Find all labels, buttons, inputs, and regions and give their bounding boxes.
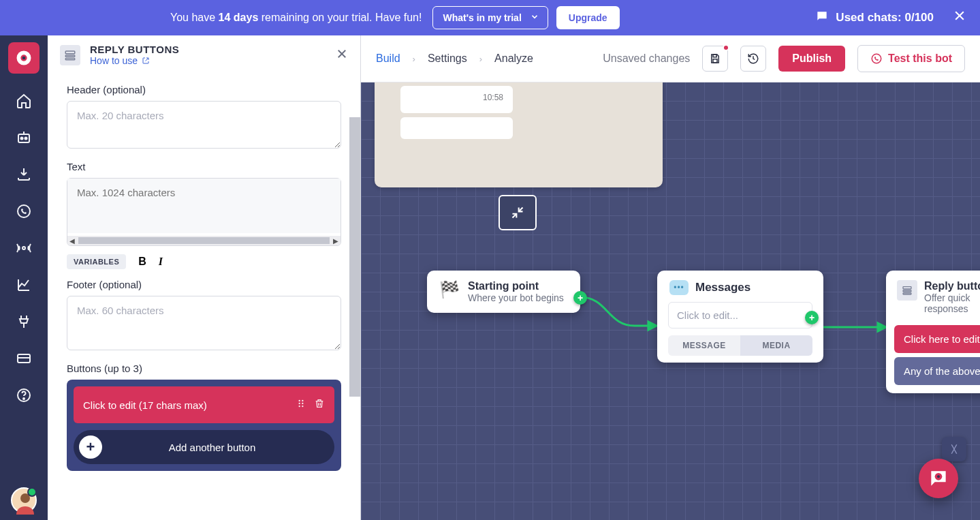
panel-header: REPLY BUTTONS How to use bbox=[48, 35, 360, 72]
node-messages[interactable]: Messages Click to edit... + MESSAGE MEDI… bbox=[657, 271, 823, 363]
svg-marker-32 bbox=[648, 322, 657, 330]
node-starting-point[interactable]: 🏁 Starting point Where your bot begins bbox=[427, 271, 580, 313]
node-title: Starting point bbox=[468, 280, 564, 292]
home-icon[interactable] bbox=[14, 91, 33, 110]
tab-analyze[interactable]: Analyze bbox=[494, 52, 533, 65]
download-icon[interactable] bbox=[14, 165, 33, 184]
svg-point-21 bbox=[299, 400, 300, 401]
italic-button[interactable]: I bbox=[159, 256, 163, 268]
tab-build[interactable]: Build bbox=[376, 52, 400, 65]
buttons-container: Click to edit (17 chars max) + Add anoth… bbox=[67, 380, 341, 471]
test-bot-button[interactable]: Test this bot bbox=[857, 45, 965, 72]
drag-handle-icon[interactable] bbox=[296, 397, 306, 412]
scroll-track[interactable] bbox=[78, 237, 330, 244]
svg-rect-16 bbox=[65, 51, 75, 54]
tab-message[interactable]: MESSAGE bbox=[668, 335, 740, 356]
svg-rect-34 bbox=[903, 287, 911, 289]
svg-point-25 bbox=[299, 406, 300, 407]
svg-point-22 bbox=[302, 400, 303, 401]
reply-option-pill[interactable]: Click here to edit bbox=[894, 325, 980, 353]
svg-point-10 bbox=[22, 247, 25, 249]
svg-point-14 bbox=[23, 398, 25, 399]
whats-in-trial-button[interactable]: What's in my trial bbox=[432, 6, 548, 29]
panel-scrollbar[interactable] bbox=[349, 117, 360, 397]
text-input-wrapper: ◀ ▶ bbox=[67, 178, 341, 246]
flag-icon: 🏁 bbox=[439, 280, 460, 303]
scroll-left-icon[interactable]: ◀ bbox=[67, 237, 77, 245]
button-row-text: Click to edit (17 chars max) bbox=[83, 399, 288, 411]
used-chats-label: Used chats: bbox=[836, 11, 904, 24]
click-to-edit-placeholder: Click to edit... bbox=[677, 309, 738, 321]
save-button[interactable] bbox=[702, 46, 728, 72]
zoom-controls-button[interactable] bbox=[942, 437, 966, 461]
chat-icon bbox=[815, 10, 829, 27]
svg-rect-36 bbox=[903, 293, 911, 294]
trial-prefix: You have bbox=[170, 12, 219, 23]
trial-remaining-text: You have 14 days remaining on your trial… bbox=[170, 12, 422, 24]
bold-button[interactable]: B bbox=[138, 256, 146, 268]
footer-input[interactable] bbox=[67, 296, 341, 350]
whatsapp-icon[interactable] bbox=[14, 202, 33, 221]
text-input[interactable] bbox=[67, 179, 341, 233]
trial-banner: You have 14 days remaining on your trial… bbox=[0, 0, 980, 35]
reply-option-pill[interactable]: Any of the above bbox=[894, 357, 980, 385]
close-banner-button[interactable] bbox=[953, 9, 966, 27]
node-subtitle: Offer quick responses bbox=[924, 292, 980, 314]
user-avatar[interactable] bbox=[11, 487, 37, 513]
svg-rect-18 bbox=[65, 58, 75, 59]
tab-settings[interactable]: Settings bbox=[428, 52, 467, 65]
add-another-button-row[interactable]: + Add another button bbox=[74, 430, 334, 464]
preview-time: 10:58 bbox=[483, 93, 503, 102]
svg-point-26 bbox=[302, 406, 303, 407]
svg-point-38 bbox=[937, 475, 940, 478]
analytics-icon[interactable] bbox=[14, 275, 33, 294]
app-logo[interactable] bbox=[8, 42, 39, 74]
help-icon[interactable] bbox=[14, 386, 33, 405]
header-field-label: Header (optional) bbox=[67, 84, 341, 95]
test-bot-label: Test this bot bbox=[888, 52, 952, 65]
message-content-input[interactable]: Click to edit... + bbox=[668, 302, 812, 328]
header-input[interactable] bbox=[67, 101, 341, 149]
text-toolbar: VARIABLES B I bbox=[67, 254, 341, 269]
add-connection-button[interactable]: + bbox=[805, 311, 819, 324]
bot-icon[interactable] bbox=[14, 128, 33, 147]
publish-button[interactable]: Publish bbox=[778, 46, 845, 72]
add-another-label: Add another button bbox=[102, 442, 322, 453]
node-reply-buttons[interactable]: Reply buttons Offer quick responses Clic… bbox=[886, 271, 980, 393]
tab-media[interactable]: MEDIA bbox=[740, 335, 812, 356]
chat-fab-button[interactable] bbox=[919, 459, 958, 498]
trial-suffix: remaining on your trial. Have fun! bbox=[258, 12, 422, 23]
reply-buttons-icon bbox=[60, 45, 80, 65]
whatsapp-preview-panel: 10:58 bbox=[375, 82, 663, 187]
svg-point-23 bbox=[299, 403, 300, 404]
footer-field-label: Footer (optional) bbox=[67, 279, 341, 290]
history-button[interactable] bbox=[740, 46, 766, 72]
billing-icon[interactable] bbox=[14, 349, 33, 368]
unsaved-indicator-icon bbox=[723, 44, 729, 51]
tab-separator: › bbox=[413, 54, 415, 64]
button-editable-row[interactable]: Click to edit (17 chars max) bbox=[74, 386, 334, 423]
how-to-use-link[interactable]: How to use bbox=[90, 55, 179, 66]
close-panel-button[interactable] bbox=[336, 46, 348, 64]
scroll-right-icon[interactable]: ▶ bbox=[331, 237, 341, 245]
text-scrollbar[interactable]: ◀ ▶ bbox=[67, 236, 341, 245]
reply-buttons-icon bbox=[897, 280, 917, 301]
left-nav-rail bbox=[0, 35, 48, 520]
svg-rect-17 bbox=[65, 55, 75, 57]
add-icon[interactable]: + bbox=[79, 435, 102, 459]
text-field-label: Text bbox=[67, 161, 341, 172]
preview-bubble: 10:58 bbox=[400, 86, 513, 113]
svg-rect-35 bbox=[903, 290, 911, 292]
flow-canvas[interactable]: 10:58 🏁 Starting point Where your bot be… bbox=[361, 82, 980, 520]
add-connection-button[interactable]: + bbox=[573, 291, 587, 305]
variables-button[interactable]: VARIABLES bbox=[67, 254, 126, 269]
upgrade-button[interactable]: Upgrade bbox=[556, 6, 620, 29]
used-chats: Used chats: 0/100 bbox=[815, 10, 934, 27]
delete-button-icon[interactable] bbox=[314, 397, 325, 412]
collapse-preview-button[interactable] bbox=[499, 195, 537, 230]
integrations-icon[interactable] bbox=[14, 312, 33, 331]
panel-title: REPLY BUTTONS bbox=[90, 44, 179, 55]
svg-point-6 bbox=[21, 138, 23, 140]
broadcast-icon[interactable] bbox=[14, 239, 33, 258]
node-subtitle: Where your bot begins bbox=[468, 292, 564, 303]
